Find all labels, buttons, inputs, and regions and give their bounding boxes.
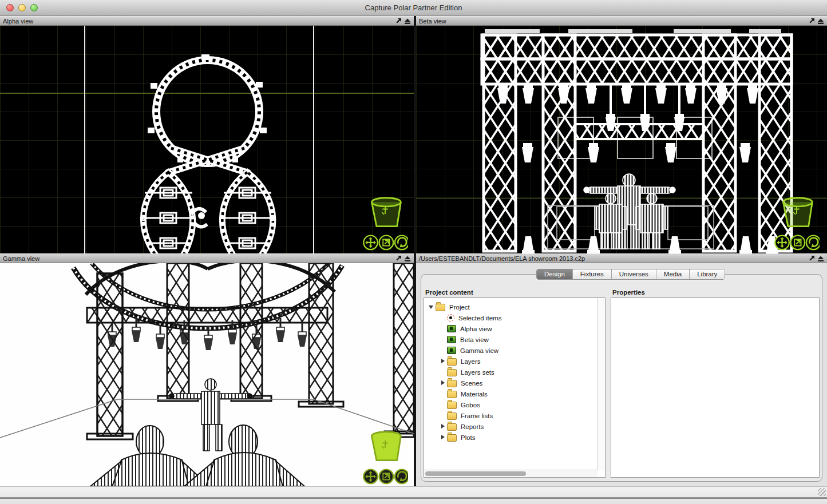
project-content-label: Project content [425,289,473,296]
tree-item-label: Gobos [460,402,480,408]
expand-arrow-icon[interactable] [440,435,447,440]
tree-item-alpha-view[interactable]: Alpha view [425,323,597,334]
expand-arrow-icon[interactable] [440,424,447,430]
zoom-window-button[interactable] [30,4,38,11]
tree-item-layers-sets[interactable]: Layers sets [425,367,597,378]
beta-view-title: Beta view [419,18,446,25]
tree-item-label: Scenes [460,380,482,387]
window-titlebar[interactable]: Capture Polar Partner Edition [0,0,827,16]
detach-pane-icon[interactable] [808,255,815,262]
beta-viewport[interactable] [416,26,827,253]
tab-fixtures[interactable]: Fixtures [573,269,612,279]
alpha-view-title: Alpha view [3,18,33,25]
folder-icon [436,304,445,311]
folder-icon [447,423,457,431]
detach-pane-icon[interactable] [395,255,402,262]
minimize-window-button[interactable] [18,4,26,11]
tree-item-gobos[interactable]: Gobos [425,399,597,410]
beta-nav-widget[interactable] [774,195,820,251]
folder-icon [447,402,457,409]
tree-item-label: Project [449,304,470,311]
gamma-viewport[interactable] [0,263,414,486]
arrow-spacer [440,326,447,332]
arrow-spacer [440,370,447,375]
arrow-spacer [440,315,447,321]
tree-horizontal-scrollbar[interactable] [424,470,598,477]
resize-grip[interactable] [818,488,826,496]
tree-item-project[interactable]: Project [425,301,597,312]
tree-item-label: Gamma view [460,347,498,354]
section-tabs: DesignFixturesUniversesMediaLibrary [536,269,725,280]
tree-item-label: Selected items [458,315,501,322]
tree-item-plots[interactable]: Plots [425,432,597,443]
folder-icon [447,380,457,387]
folder-icon [447,369,457,376]
detach-pane-icon[interactable] [808,18,815,25]
tree-item-layers[interactable]: Layers [425,356,597,367]
eject-pane-icon[interactable] [404,18,411,25]
gamma-view-header[interactable]: Gamma view [0,253,414,263]
folder-icon [447,412,457,420]
tree-vertical-scrollbar[interactable] [597,298,605,470]
tree-item-reports[interactable]: Reports [425,421,597,432]
alpha-view-header[interactable]: Alpha view [0,16,414,26]
tree-item-scenes[interactable]: Scenes [425,378,597,388]
expand-arrow-icon[interactable] [440,380,447,386]
tree-item-label: Reports [460,423,484,430]
tree-item-label: Layers sets [460,369,494,376]
properties-panel [611,297,820,478]
tab-universes[interactable]: Universes [612,269,656,279]
folder-icon [447,391,457,398]
eject-pane-icon[interactable] [404,255,411,262]
tree-item-label: Alpha view [460,326,492,332]
folder-icon [447,434,457,442]
folder-icon [447,358,457,366]
tree-item-label: Plots [460,434,476,441]
project-content-tree: ProjectSelected itemsAlpha viewBeta view… [424,297,606,478]
gamma-nav-widget[interactable] [362,429,408,485]
eject-pane-icon[interactable] [817,255,824,262]
expand-arrow-icon[interactable] [440,359,447,364]
close-window-button[interactable] [6,4,14,11]
view-icon [447,336,456,343]
tab-design[interactable]: Design [537,269,573,279]
scrollbar-thumb[interactable] [425,471,526,476]
tree-item-label: Frame lists [460,412,493,419]
view-icon [447,347,456,354]
tree-item-label: Materials [460,391,488,398]
arrow-spacer [440,391,447,397]
alpha-viewport[interactable] [0,26,414,253]
window-bottom-bar [0,486,827,504]
selection-icon [447,314,454,322]
eject-pane-icon[interactable] [817,18,824,25]
arrow-spacer [440,402,447,408]
properties-label: Properties [612,289,645,296]
document-header[interactable]: /Users/ESTEBANDLT/Documents/ELA showroom… [416,253,827,263]
gamma-view-title: Gamma view [3,255,39,262]
tree-item-materials[interactable]: Materials [425,388,597,399]
tab-media[interactable]: Media [656,269,690,279]
window-title: Capture Polar Partner Edition [0,0,827,15]
tree-item-label: Beta view [460,336,489,343]
beta-view-header[interactable]: Beta view [416,16,827,26]
tab-library[interactable]: Library [690,269,725,279]
app-window: Capture Polar Partner Edition Alpha view… [0,0,827,504]
arrow-spacer [440,337,447,343]
traffic-lights [6,4,38,11]
document-path: /Users/ESTEBANDLT/Documents/ELA showroom… [419,255,585,262]
arrow-spacer [440,413,447,419]
alpha-nav-widget[interactable] [362,195,408,251]
tree-item-selected-items[interactable]: Selected items [425,312,597,323]
document-pane: DesignFixturesUniversesMediaLibrary Proj… [416,263,827,486]
collapse-arrow-icon[interactable] [428,304,436,310]
tree-item-frame-lists[interactable]: Frame lists [425,410,597,421]
view-icon [447,325,456,332]
tree-item-label: Layers [460,358,481,365]
detach-pane-icon[interactable] [395,18,402,25]
arrow-spacer [440,348,447,354]
tree-item-beta-view[interactable]: Beta view [425,334,597,345]
tree-item-gamma-view[interactable]: Gamma view [425,345,597,356]
